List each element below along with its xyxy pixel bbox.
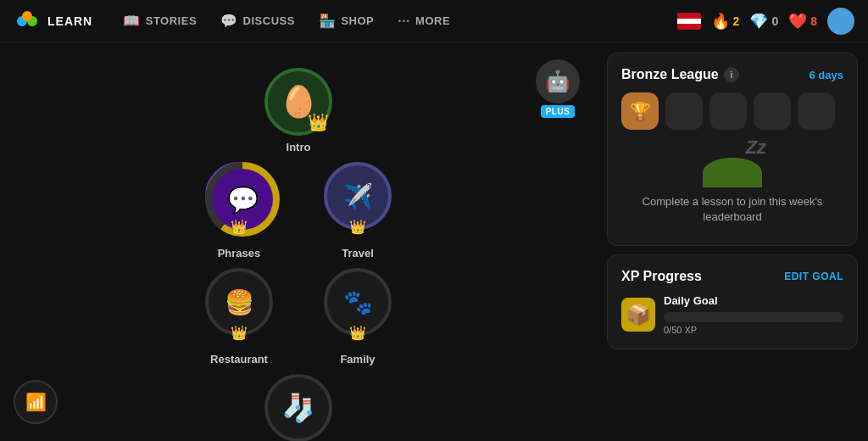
league-avatar-3	[709, 92, 747, 130]
league-title: Bronze League i	[621, 67, 739, 82]
league-info-icon[interactable]: i	[724, 67, 739, 82]
league-avatars: 🏆	[621, 92, 843, 130]
league-avatar-4	[754, 92, 791, 130]
logo[interactable]: LEARN	[14, 8, 92, 35]
info-label: i	[730, 70, 732, 80]
stories-icon: 📖	[123, 13, 141, 29]
unit-travel[interactable]: ✈️ 👑 Travel	[324, 162, 392, 260]
xp-chest-icon: 📦	[621, 298, 655, 332]
svg-point-2	[22, 11, 32, 21]
unit-family[interactable]: 🐾 👑 Family	[324, 268, 392, 366]
unit-intro-circle: 🥚 👑	[264, 68, 332, 136]
nav-item-discuss[interactable]: 💬 DISCUSS	[210, 8, 305, 34]
league-header: Bronze League i 6 days	[621, 67, 843, 82]
right-panel: Bronze League i 6 days 🏆	[597, 42, 868, 441]
learn-content: 📶 🤖 PLUS 🥚 👑 Intro	[0, 42, 597, 441]
unit-row-3: 🧦	[264, 374, 332, 441]
bronze-league-card: Bronze League i 6 days 🏆	[607, 53, 858, 246]
sleeping-pile-icon: Zz	[698, 137, 766, 187]
discuss-icon: 💬	[220, 13, 238, 29]
mound	[703, 158, 762, 187]
chat-icon: 💬	[227, 185, 259, 215]
user-avatar[interactable]	[827, 8, 854, 35]
nav-item-shop[interactable]: 🏪 SHOP	[309, 8, 384, 34]
phrases-crown-icon: 👑	[231, 219, 248, 235]
league-title-text: Bronze League	[621, 67, 719, 82]
unit-row-2: 🍔 👑 Restaurant 🐾 👑 Family	[205, 268, 392, 366]
xp-progress-info: Daily Goal 0/50 XP	[664, 294, 843, 335]
heart-badge[interactable]: ❤️ 8	[788, 12, 817, 31]
more-label: MORE	[415, 14, 450, 27]
unit-phrases-label: Phrases	[218, 247, 261, 260]
sleep-section: Zz Complete a lesson to join this week's…	[621, 130, 843, 232]
unit-phrases[interactable]: 💬 👑 Phrases	[205, 162, 273, 260]
league-avatar-2	[665, 92, 703, 130]
plus-avatar: 🤖 PLUS	[536, 59, 580, 118]
chest-emoji: 📦	[626, 303, 651, 327]
unit-travel-circle: ✈️ 👑	[324, 162, 392, 230]
bar-chart-icon: 📶	[25, 392, 47, 412]
league-days: 6 days	[810, 69, 843, 81]
intro-crown-icon: 👑	[308, 112, 329, 132]
gem-icon: 💎	[749, 12, 768, 31]
fire-icon: 🔥	[711, 12, 730, 31]
nav-items: 📖 STORIES 💬 DISCUSS 🏪 SHOP ··· MORE	[113, 8, 656, 34]
unit-restaurant-label: Restaurant	[210, 353, 268, 366]
edit-goal-button[interactable]: EDIT GOAL	[784, 271, 843, 282]
xp-title: XP Progress	[621, 269, 702, 284]
unit-travel-label: Travel	[342, 247, 374, 260]
discuss-label: DISCUSS	[243, 14, 295, 27]
leaderboard-sleep-text: Complete a lesson to join this week's le…	[621, 194, 843, 225]
plane-icon: ✈️	[343, 182, 373, 210]
xp-progress-card: XP Progress EDIT GOAL 📦 Daily Goal 0/50 …	[607, 254, 858, 349]
brand-label: LEARN	[47, 14, 92, 28]
nav-right: 🔥 2 💎 0 ❤️ 8	[677, 8, 854, 35]
unit-restaurant-circle: 🍔 👑	[205, 268, 273, 336]
language-flag[interactable]	[677, 13, 701, 30]
zzz-icon: Zz	[746, 137, 766, 159]
nav-item-more[interactable]: ··· MORE	[387, 8, 460, 34]
stories-label: STORIES	[146, 14, 197, 27]
streak-road-button[interactable]: 📶	[14, 380, 58, 424]
unit-restaurant[interactable]: 🍔 👑 Restaurant	[205, 268, 273, 366]
robot-icon: 🤖	[545, 70, 570, 93]
restaurant-crown-icon: 👑	[231, 325, 248, 341]
xp-bar-background	[664, 312, 843, 322]
unit-family-label: Family	[340, 353, 375, 366]
sock-icon: 🧦	[281, 392, 315, 424]
main-content: 📶 🤖 PLUS 🥚 👑 Intro	[0, 42, 868, 441]
travel-crown-icon: 👑	[349, 219, 366, 235]
unit-intro-label: Intro	[287, 141, 311, 154]
shop-icon: 🏪	[319, 13, 337, 29]
more-icon: ···	[398, 14, 410, 29]
unit-row-1: 💬 👑 Phrases ✈️ 👑 Travel	[205, 162, 392, 260]
xp-header: XP Progress EDIT GOAL	[621, 269, 843, 284]
unit-intro[interactable]: 🥚 👑 Intro	[264, 68, 332, 154]
league-avatar-1: 🏆	[621, 92, 659, 130]
league-avatar-5	[798, 92, 835, 130]
xp-row: 📦 Daily Goal 0/50 XP	[621, 294, 843, 335]
streak-badge[interactable]: 🔥 2	[711, 12, 740, 31]
unit-bottom-circle: 🧦	[264, 374, 332, 441]
nav-item-stories[interactable]: 📖 STORIES	[113, 8, 207, 34]
family-icon: 🐾	[343, 288, 373, 316]
unit-family-circle: 🐾 👑	[324, 268, 392, 336]
streak-count: 2	[733, 14, 740, 28]
unit-phrases-circle: 💬 👑	[205, 162, 273, 230]
shop-label: SHOP	[341, 14, 374, 27]
heart-icon: ❤️	[788, 12, 807, 31]
plus-avatar-image[interactable]: 🤖	[536, 59, 580, 103]
trophy-icon: 🏆	[630, 101, 651, 121]
gem-badge[interactable]: 💎 0	[749, 12, 778, 31]
xp-goal-label: Daily Goal	[664, 294, 843, 307]
heart-count: 8	[810, 14, 817, 28]
family-crown-icon: 👑	[349, 325, 366, 341]
burger-icon: 🍔	[225, 288, 254, 316]
unit-row-0: 🥚 👑 Intro	[264, 68, 332, 154]
plus-badge: PLUS	[541, 105, 576, 118]
xp-count: 0/50 XP	[664, 325, 843, 335]
duolingo-logo-icon	[14, 8, 41, 35]
units-grid: 🥚 👑 Intro 💬 👑 Phrases	[205, 68, 392, 441]
gem-count: 0	[771, 14, 778, 28]
unit-bottom[interactable]: 🧦	[264, 374, 332, 441]
